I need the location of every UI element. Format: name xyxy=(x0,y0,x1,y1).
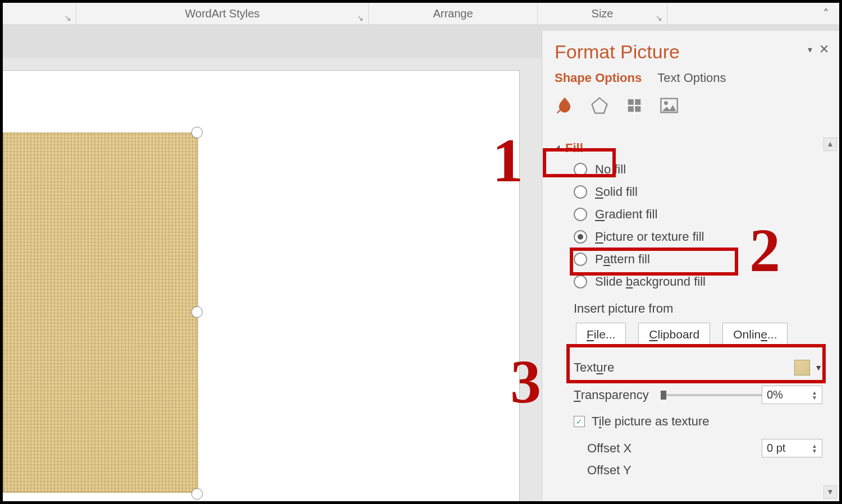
annotation-box-1 xyxy=(543,148,616,177)
resize-handle[interactable] xyxy=(191,306,203,318)
offset-x-row: Offset X 0 pt ▲▼ xyxy=(542,429,839,457)
pane-scroll-region: ◢ Fill No fill Solid fill Gradient fill xyxy=(542,138,839,501)
ribbon-groups-row: ↘ WordArt Styles ↘ Arrange Size ↘ ˄ xyxy=(3,3,839,25)
annotation-number-2: 2 xyxy=(749,215,780,286)
checkbox-label: Tile picture as texture xyxy=(592,414,710,429)
tile-checkbox-row[interactable]: ✓ Tile picture as texture xyxy=(542,404,839,429)
pane-scrollbar[interactable]: ▲ ▼ xyxy=(823,138,837,499)
annotation-number-1: 1 xyxy=(492,125,523,196)
picture-icon[interactable] xyxy=(659,95,679,116)
annotation-box-2 xyxy=(570,248,738,276)
pane-tabs: Shape Options Text Options xyxy=(542,66,839,92)
size-properties-icon[interactable] xyxy=(624,95,644,116)
radio-picture-texture-fill[interactable]: Picture or texture fill xyxy=(574,230,839,244)
annotation-box-3 xyxy=(566,344,826,383)
tab-shape-options[interactable]: Shape Options xyxy=(555,71,642,85)
dialog-launcher-icon[interactable]: ↘ xyxy=(656,14,663,22)
transparency-label: Transparency xyxy=(574,388,653,402)
annotation-number-3: 3 xyxy=(510,346,541,418)
radio-label: Slide background fill xyxy=(595,274,706,289)
close-icon[interactable]: ✕ xyxy=(819,42,829,57)
radio-slide-background-fill[interactable]: Slide background fill xyxy=(574,274,839,289)
scroll-down-icon[interactable]: ▼ xyxy=(823,485,837,499)
offset-y-row: Offset Y xyxy=(542,457,839,478)
ribbon-group-arrange[interactable]: Arrange xyxy=(369,3,538,24)
transparency-value[interactable]: 0% ▲▼ xyxy=(762,386,822,404)
svg-point-5 xyxy=(664,101,668,105)
offset-x-label: Offset X xyxy=(574,441,762,456)
dialog-launcher-icon[interactable]: ↘ xyxy=(357,14,365,22)
group-label: WordArt Styles xyxy=(185,7,260,20)
checkbox-icon[interactable]: ✓ xyxy=(574,416,585,427)
dialog-launcher-icon[interactable]: ↘ xyxy=(65,14,72,22)
radio-label: Gradient fill xyxy=(595,207,657,222)
file-button[interactable]: File... xyxy=(576,323,626,346)
tab-text-options[interactable]: Text Options xyxy=(657,71,726,85)
ribbon-group-blank: ↘ xyxy=(3,3,76,24)
pane-options-icon[interactable]: ▾ xyxy=(808,44,812,55)
transparency-slider[interactable] xyxy=(661,394,762,396)
clipboard-button[interactable]: Clipboard xyxy=(638,323,710,346)
pane-category-icons xyxy=(542,92,839,123)
group-label: Size xyxy=(592,7,614,20)
resize-handle[interactable] xyxy=(191,488,203,500)
ribbon-group-wordart[interactable]: WordArt Styles ↘ xyxy=(76,3,369,24)
scroll-up-icon[interactable]: ▲ xyxy=(823,138,837,151)
online-button[interactable]: Online... xyxy=(722,323,788,346)
radio-gradient-fill[interactable]: Gradient fill xyxy=(574,207,839,222)
radio-label: Solid fill xyxy=(595,185,638,199)
selected-shape[interactable] xyxy=(3,132,198,493)
resize-handle[interactable] xyxy=(191,127,203,138)
spinner-icon[interactable]: ▲▼ xyxy=(812,443,817,453)
insert-picture-from-label: Insert picture from xyxy=(542,289,839,320)
fill-line-icon[interactable] xyxy=(555,95,575,116)
radio-solid-fill[interactable]: Solid fill xyxy=(574,185,839,199)
collapse-ribbon-icon[interactable]: ˄ xyxy=(823,7,829,22)
group-label: Arrange xyxy=(433,7,473,20)
radio-label: Picture or texture fill xyxy=(595,230,704,244)
svg-marker-0 xyxy=(592,98,607,113)
spinner-icon[interactable]: ▲▼ xyxy=(812,390,817,400)
pane-title: Format Picture xyxy=(542,31,839,66)
offset-x-value[interactable]: 0 pt ▲▼ xyxy=(762,439,822,457)
ribbon-group-size[interactable]: Size ↘ xyxy=(538,3,667,24)
slider-thumb[interactable] xyxy=(661,391,666,400)
offset-y-label: Offset Y xyxy=(574,463,822,478)
effects-icon[interactable] xyxy=(589,95,610,116)
slide-canvas[interactable] xyxy=(3,70,520,501)
